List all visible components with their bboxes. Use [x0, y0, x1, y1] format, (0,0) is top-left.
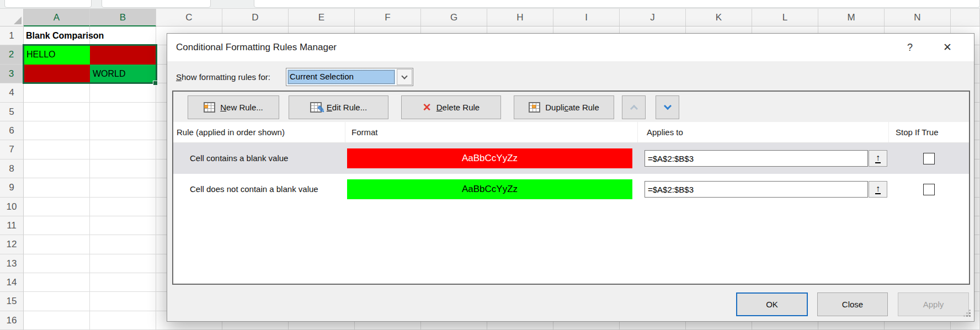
row-header-3[interactable]: 3 — [0, 65, 24, 83]
dialog-title: Conditional Formatting Rules Manager — [176, 34, 337, 61]
column-header-J[interactable]: J — [620, 9, 686, 26]
rule-row-1[interactable]: Cell contains a blank value AaBbCcYyZz ↑ — [173, 143, 969, 174]
apply-button[interactable]: Apply — [898, 292, 969, 316]
header-rule: Rule (applied in order shown) — [173, 122, 345, 142]
header-applies-to: Applies to — [638, 122, 889, 142]
rules-toolbar: New Rule... ✎ Edit Rule... ✕ Delete Rule… — [173, 92, 969, 122]
rules-list-container: New Rule... ✎ Edit Rule... ✕ Delete Rule… — [172, 91, 970, 285]
ok-button[interactable]: OK — [736, 292, 808, 316]
stop-if-true-checkbox[interactable] — [923, 153, 935, 164]
row-header-15[interactable]: 15 — [0, 292, 24, 311]
grid-cell-A4[interactable] — [24, 83, 90, 102]
header-stop-if-true: Stop If True — [889, 122, 969, 142]
row-header-9[interactable]: 9 — [0, 178, 24, 197]
row-header-14[interactable]: 14 — [0, 273, 24, 292]
column-header-B[interactable]: B — [90, 9, 156, 26]
column-header-N[interactable]: N — [885, 9, 951, 26]
grid-cell-B9[interactable] — [90, 178, 156, 197]
grid-cell-B12[interactable] — [90, 235, 156, 254]
grid-cell-A8[interactable] — [24, 159, 90, 178]
cell-a1-text[interactable]: Blank Comparison — [26, 26, 104, 45]
grid-cell-A13[interactable] — [24, 254, 90, 273]
grid-cell-B7[interactable] — [90, 140, 156, 159]
fx-area-fragment — [102, 0, 211, 8]
column-header-H[interactable]: H — [487, 9, 553, 26]
rules-list-headers: Rule (applied in order shown) Format App… — [173, 122, 969, 143]
grid-cell-B5[interactable] — [90, 103, 156, 121]
select-all-corner[interactable] — [0, 9, 24, 26]
close-button[interactable]: Close — [817, 292, 888, 316]
resize-grip[interactable] — [963, 309, 971, 317]
column-header-C[interactable]: C — [156, 9, 222, 26]
column-header-A[interactable]: A — [24, 9, 90, 26]
collapse-dialog-button[interactable]: ↑ — [869, 181, 887, 198]
row-header-13[interactable]: 13 — [0, 254, 24, 273]
move-rule-down-button[interactable] — [656, 95, 679, 119]
column-header-D[interactable]: D — [222, 9, 289, 26]
combobox-dropdown-button[interactable] — [397, 69, 412, 85]
grid-cell-B16[interactable] — [90, 311, 156, 330]
new-rule-button[interactable]: New Rule... — [188, 95, 279, 119]
grid-cell-A9[interactable] — [24, 178, 90, 197]
column-header-M[interactable]: M — [818, 9, 885, 26]
grid-cell-A11[interactable] — [24, 216, 90, 235]
rule-row-2[interactable]: Cell does not contain a blank value AaBb… — [173, 174, 969, 205]
header-format: Format — [345, 122, 638, 142]
delete-x-icon: ✕ — [423, 101, 432, 114]
show-rules-combobox[interactable]: Current Selection — [286, 68, 413, 86]
formula-bar-fragment — [254, 0, 980, 8]
grid-cell-B14[interactable] — [90, 273, 156, 292]
column-header-K[interactable]: K — [686, 9, 752, 26]
collapse-arrow-icon: ↑ — [875, 185, 881, 194]
duplicate-rule-button[interactable]: Duplicate Rule — [514, 95, 614, 119]
row-header-5[interactable]: 5 — [0, 103, 24, 121]
grid-cell-B4[interactable] — [90, 83, 156, 102]
row-header-10[interactable]: 10 — [0, 198, 24, 216]
column-header-L[interactable]: L — [752, 9, 818, 26]
grid-cell-B10[interactable] — [90, 198, 156, 216]
row-header-2[interactable]: 2 — [0, 45, 24, 64]
grid-cell-B15[interactable] — [90, 292, 156, 311]
move-rule-up-button[interactable] — [622, 95, 646, 119]
row-header-6[interactable]: 6 — [0, 121, 24, 140]
column-header-partial[interactable] — [951, 9, 980, 26]
grid-cell-A5[interactable] — [24, 103, 90, 121]
grid-cell-B11[interactable] — [90, 216, 156, 235]
chevron-down-icon — [663, 102, 671, 110]
row-header-16[interactable]: 16 — [0, 311, 24, 330]
grid-cell-A16[interactable] — [24, 311, 90, 330]
column-header-I[interactable]: I — [553, 9, 620, 26]
grid-cell-A14[interactable] — [24, 273, 90, 292]
row-header-12[interactable]: 12 — [0, 235, 24, 254]
row-header-7[interactable]: 7 — [0, 140, 24, 159]
grid-cell-A15[interactable] — [24, 292, 90, 311]
close-icon[interactable]: ✕ — [935, 34, 960, 61]
grid-cell-A7[interactable] — [24, 140, 90, 159]
column-header-E[interactable]: E — [289, 9, 355, 26]
row-header-1[interactable]: 1 — [0, 26, 24, 45]
grid-cell-B8[interactable] — [90, 159, 156, 178]
help-button[interactable]: ? — [899, 34, 921, 61]
row-header-11[interactable]: 11 — [0, 216, 24, 235]
row-header-8[interactable]: 8 — [0, 159, 24, 178]
stop-if-true-checkbox[interactable] — [923, 184, 935, 195]
rule-name: Cell does not contain a blank value — [173, 174, 345, 205]
collapse-dialog-button[interactable]: ↑ — [869, 150, 887, 167]
row-header-4[interactable]: 4 — [0, 83, 24, 102]
column-header-G[interactable]: G — [421, 9, 487, 26]
cf-rules-manager-dialog: Conditional Formatting Rules Manager ? ✕… — [167, 33, 974, 322]
grid-cell-A6[interactable] — [24, 121, 90, 140]
grid-cell-B13[interactable] — [90, 254, 156, 273]
grid-cell-A10[interactable] — [24, 198, 90, 216]
selection-rectangle — [23, 44, 157, 84]
grid-cell-A12[interactable] — [24, 235, 90, 254]
delete-rule-button[interactable]: ✕ Delete Rule — [401, 95, 501, 119]
selection-fill-handle[interactable] — [153, 81, 158, 86]
applies-to-input[interactable] — [645, 150, 868, 167]
grid-cell-B6[interactable] — [90, 121, 156, 140]
column-header-F[interactable]: F — [355, 9, 421, 26]
combobox-value[interactable]: Current Selection — [287, 70, 395, 84]
applies-to-input[interactable] — [645, 181, 868, 198]
edit-rule-button[interactable]: ✎ Edit Rule... — [289, 95, 388, 119]
excel-screen: ABCDEFGHIJKLMN 12345678910111213141516 B… — [0, 0, 980, 330]
